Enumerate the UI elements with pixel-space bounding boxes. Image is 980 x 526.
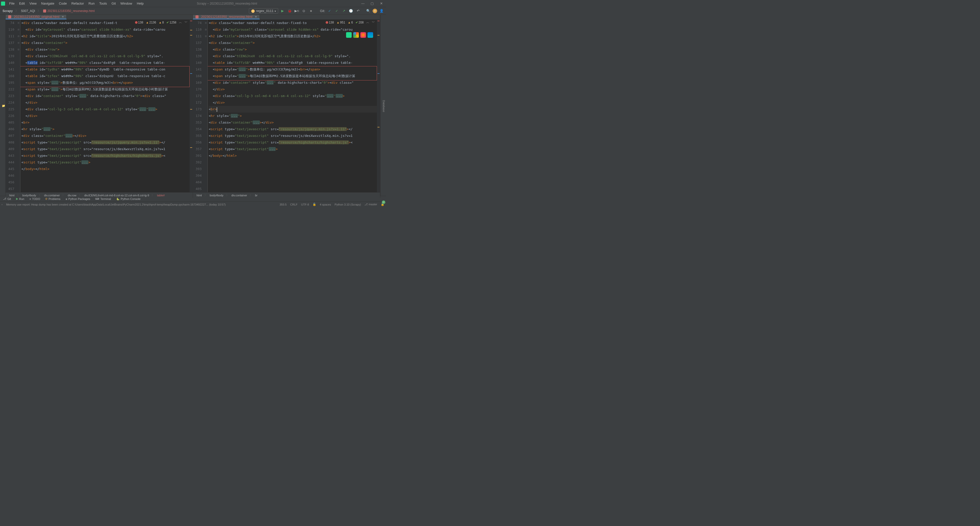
app-icon (1, 2, 5, 6)
inspection-widget-right[interactable]: 138 ▲951 ▲6 ✔208 ︿ ﹀ (324, 20, 376, 25)
fold-gutter[interactable]: ⊟⊟⊟⊟⊟ (17, 20, 21, 192)
run-configuration-dropdown[interactable]: ⬤ regex_0111 (249, 8, 278, 14)
warning-icon: ▲ (146, 21, 149, 24)
account-button[interactable]: 👤 (379, 8, 384, 14)
status-icon[interactable]: ▫ (2, 203, 3, 206)
html-file-icon (8, 15, 11, 18)
editor-crumb[interactable]: div.row (66, 194, 78, 197)
menu-navigate[interactable]: Navigate (39, 1, 56, 6)
typo-count: 208 (359, 21, 364, 24)
inspection-widget-left[interactable]: 138 ▲2136 ▲8 ✔1258 ︿ ﹀ (134, 20, 189, 25)
open-in-browser-icons (346, 32, 373, 38)
vcs-push-button[interactable]: ↗ (341, 8, 347, 14)
coverage-button[interactable]: ▶⎋ (294, 8, 300, 14)
editor-crumb[interactable]: br (253, 194, 259, 197)
caret-position[interactable]: 355:5 (280, 203, 287, 206)
minimize-button[interactable]: — (360, 1, 366, 6)
menu-edit[interactable]: Edit (17, 1, 27, 6)
next-highlight-icon[interactable]: ﹀ (372, 20, 375, 24)
prev-highlight-icon[interactable]: ︿ (179, 20, 182, 24)
error-count: 138 (329, 21, 334, 24)
crumb-project[interactable]: Scrapy (2, 9, 14, 13)
ide-settings-button[interactable]: + (372, 9, 377, 13)
crumb-folder[interactable]: S007_AQI (20, 9, 36, 13)
editor-tab-right[interactable]: 20230112183350_resonestep.html × (193, 15, 260, 19)
menu-view[interactable]: View (27, 1, 38, 6)
chrome-icon[interactable] (353, 32, 359, 38)
close-tab-icon[interactable]: × (255, 15, 257, 19)
firefox-icon[interactable] (360, 32, 366, 38)
debug-button[interactable]: 🐞 (287, 8, 293, 14)
vcs-label: Git: (320, 9, 325, 13)
typo-icon: ✔ (355, 21, 358, 24)
editor-tab-left[interactable]: 20230112183350_original.html × (6, 15, 67, 19)
editor-crumb[interactable]: div.container (43, 194, 62, 197)
right-tool-stripe: Database SciView Event Log 1 (380, 15, 386, 196)
fold-gutter[interactable]: ⊟⊟⊟ (204, 20, 208, 192)
weak-warning-icon: ▲ (348, 21, 351, 24)
close-tab-icon[interactable]: × (62, 15, 64, 19)
marker-stripe-left[interactable] (189, 20, 192, 192)
chevron-down-icon (275, 9, 276, 13)
git-branch[interactable]: ⎇ master (364, 203, 377, 206)
html-file-icon (43, 10, 46, 13)
weak-count: 6 (351, 21, 353, 24)
editor-tabs: 20230112183350_original.html × 202301121… (6, 15, 380, 20)
editor-pane-right[interactable]: 138 ▲951 ▲6 ✔208 ︿ ﹀ 7411011113713813914… (193, 20, 380, 198)
window-title: Scrapy – 20230112183350_resonestep.html (95, 2, 360, 5)
line-gutter[interactable]: 7411011113713813914014116816917017117217… (193, 20, 204, 192)
left-tool-stripe: 📁 Project Commit Structure Favorites (0, 15, 6, 196)
stop-button[interactable]: ■ (308, 8, 314, 14)
editor-crumb[interactable]: html (195, 194, 204, 197)
line-separator[interactable]: CRLF (290, 203, 298, 206)
run-config-name: regex_0111 (256, 9, 274, 13)
vcs-update-button[interactable]: ✓ (327, 8, 332, 14)
html-file-icon (196, 15, 199, 18)
editor-crumb[interactable]: body#body (208, 194, 225, 197)
weak-warning-icon: ▲ (159, 21, 162, 24)
editor-pane-left[interactable]: 138 ▲2136 ▲8 ✔1258 ︿ ﹀ 74110111137138139… (6, 20, 193, 198)
menu-refactor[interactable]: Refactor (69, 1, 86, 6)
nav-toolbar: Scrapy 〉 S007_AQI 〉 20230112183350_reson… (0, 7, 386, 15)
menu-file[interactable]: File (7, 1, 17, 6)
edge-icon[interactable] (368, 32, 373, 38)
search-everywhere-button[interactable]: 🔍 (366, 8, 371, 14)
warning-count: 951 (340, 21, 345, 24)
code-area-right[interactable]: <div class="navbar navbar-default navbar… (208, 20, 377, 192)
breadcrumb: Scrapy 〉 S007_AQI 〉 20230112183350_reson… (2, 9, 96, 13)
vcs-commit-button[interactable]: ✓ (334, 8, 339, 14)
indent-setting[interactable]: 4 spaces (320, 203, 331, 206)
builtin-preview-icon[interactable] (346, 32, 352, 38)
editor-breadcrumb-left: html〉 body#body〉 div.container〉 div.row〉… (6, 192, 192, 198)
editor-crumb[interactable]: html (8, 194, 16, 197)
titlebar: File Edit View Navigate Code Refactor Ru… (0, 0, 386, 7)
maximize-button[interactable]: ▢ (369, 1, 375, 6)
run-button[interactable]: ▶ (280, 8, 285, 14)
vcs-history-button[interactable]: 🕘 (348, 8, 354, 14)
event-log-badge: 1 (382, 201, 385, 204)
marker-stripe-right[interactable] (377, 20, 380, 192)
file-encoding[interactable]: UTF-8 (301, 203, 309, 206)
warning-count: 2136 (149, 21, 156, 24)
editor-crumb[interactable]: body#body (21, 194, 38, 197)
tab-filename: 20230112183350_original.html (14, 15, 59, 19)
prev-highlight-icon[interactable]: ︿ (366, 20, 369, 24)
folder-icon[interactable]: 📁 (2, 104, 5, 107)
line-gutter[interactable]: 7411011113713813914014116819522222322422… (6, 20, 17, 192)
editor-crumb[interactable]: div.container (230, 194, 249, 197)
code-area-left[interactable]: <div class="navbar navbar-default navbar… (21, 20, 189, 192)
profile-button[interactable]: ⊙ (301, 8, 307, 14)
menu-code[interactable]: Code (57, 1, 69, 6)
next-highlight-icon[interactable]: ﹀ (185, 20, 188, 24)
status-bar: ▫ Memory use report: Heap dump has been … (0, 201, 386, 207)
vcs-rollback-button[interactable]: ↶ (355, 8, 361, 14)
status-message: Memory use report: Heap dump has been cr… (6, 203, 276, 206)
readonly-icon[interactable]: 🔓 (313, 203, 316, 206)
python-interpreter[interactable]: Python 3.10 (Scrapy) (334, 203, 361, 206)
editor-crumb[interactable]: table# (156, 194, 166, 197)
toolwindow-database[interactable]: Database (382, 98, 386, 114)
crumb-file[interactable]: 20230112183350_resonestep.html (42, 9, 95, 13)
editor-crumb[interactable]: div.tCENGJnxH.col-md-8.col-xs-12.col-sm-… (83, 194, 151, 197)
close-button[interactable]: ✕ (378, 1, 385, 6)
chevron-right-icon: 〉 (15, 9, 18, 13)
